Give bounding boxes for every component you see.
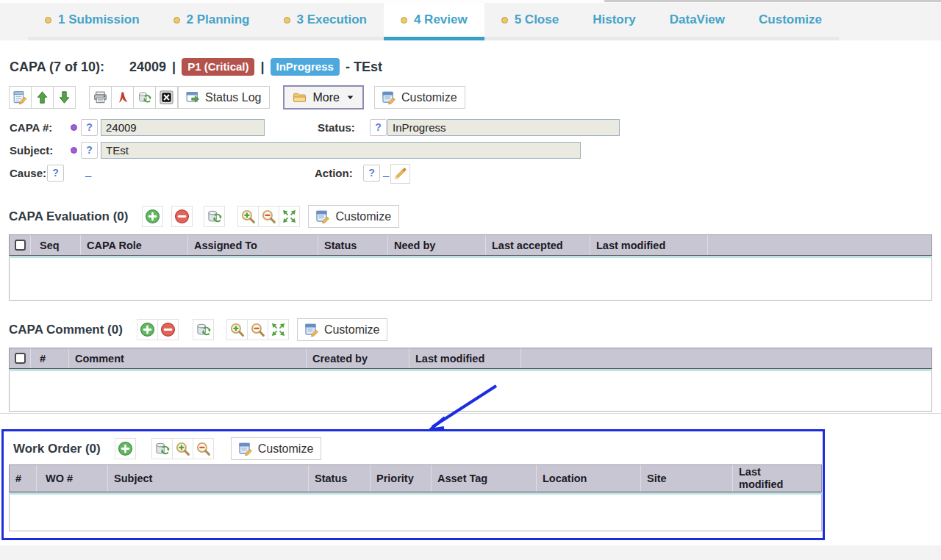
zoom-out-button[interactable] — [193, 438, 214, 459]
customize-grid-button[interactable]: Customize — [308, 205, 399, 228]
expand-button[interactable] — [279, 206, 300, 227]
refresh-button[interactable] — [133, 86, 156, 109]
column-header-status[interactable]: Status — [308, 465, 370, 492]
step-dot-icon — [45, 17, 51, 24]
select-all-checkbox[interactable] — [15, 353, 26, 364]
customize-toolbar-button[interactable]: Customize — [374, 86, 465, 109]
close-record-button[interactable] — [155, 86, 178, 109]
cause-help-button[interactable]: ? — [47, 165, 64, 182]
zoom-out-button[interactable] — [247, 319, 268, 340]
next-record-button[interactable] — [53, 86, 76, 109]
remove-button[interactable] — [171, 206, 193, 227]
status-field[interactable] — [387, 119, 620, 136]
folder-icon — [293, 90, 307, 104]
previous-record-button[interactable] — [31, 86, 54, 109]
pdf-export-button[interactable] — [111, 86, 134, 109]
more-button[interactable]: More — [283, 85, 364, 110]
customize-label: Customize — [324, 323, 380, 337]
refresh-button[interactable] — [151, 438, 173, 459]
tab-execution[interactable]: 3 Execution — [267, 3, 384, 40]
evaluation-section-title: CAPA Evaluation (0) — [9, 209, 128, 224]
expand-arrows-icon — [282, 209, 297, 224]
zoom-group — [237, 206, 300, 227]
tab-customize[interactable]: Customize — [742, 3, 839, 40]
edit-record-button[interactable] — [9, 86, 32, 109]
customize-label: Customize — [401, 91, 457, 104]
refresh-button[interactable] — [204, 206, 225, 227]
subject-field[interactable] — [101, 142, 581, 159]
status-help-button[interactable]: ? — [370, 119, 387, 136]
customize-grid-button[interactable]: Customize — [297, 318, 388, 341]
tab-submission[interactable]: 1 Submission — [28, 3, 157, 40]
arrow-up-icon — [35, 90, 49, 104]
zoom-out-button[interactable] — [258, 206, 279, 227]
tab-label: Customize — [759, 12, 822, 27]
column-header-site[interactable]: Site — [640, 465, 732, 492]
expand-button[interactable] — [268, 319, 289, 340]
add-button[interactable] — [115, 438, 136, 459]
capa-number-field[interactable] — [101, 119, 265, 136]
plus-icon — [140, 322, 155, 337]
chevron-down-icon — [346, 93, 354, 101]
tab-dataview[interactable]: DataView — [653, 3, 742, 40]
column-header-created-by[interactable]: Created by — [306, 348, 409, 368]
column-header-priority[interactable]: Priority — [370, 465, 431, 492]
tab-history[interactable]: History — [576, 3, 653, 40]
remove-button[interactable] — [157, 319, 179, 340]
status-log-button[interactable]: Status Log — [178, 86, 270, 109]
capa-number-help-button[interactable]: ? — [81, 119, 98, 136]
add-button[interactable] — [137, 319, 158, 340]
column-header-number[interactable]: # — [10, 465, 36, 492]
column-header-status[interactable]: Status — [318, 235, 387, 255]
action-help-button[interactable]: ? — [363, 165, 380, 182]
tab-close[interactable]: 5 Close — [484, 3, 576, 40]
column-header-subject[interactable]: Subject — [107, 465, 308, 492]
record-label: CAPA (7 of 10): — [10, 60, 104, 75]
tab-planning[interactable]: 2 Planning — [157, 3, 267, 40]
cause-link[interactable]: _ — [85, 165, 91, 178]
action-edit-button[interactable] — [390, 164, 410, 184]
column-header-number[interactable]: # — [30, 348, 68, 368]
zoom-in-button[interactable] — [226, 319, 248, 340]
add-button[interactable] — [142, 206, 163, 227]
column-header-last-modified[interactable]: Last modified — [732, 465, 821, 492]
subject-help-button[interactable]: ? — [81, 142, 98, 159]
zoom-in-button[interactable] — [237, 206, 259, 227]
magnifier-plus-icon — [229, 322, 245, 337]
column-header-asset-tag[interactable]: Asset Tag — [431, 465, 536, 492]
zoom-in-button[interactable] — [172, 438, 193, 459]
column-header-need-by[interactable]: Need by — [387, 235, 485, 255]
arrow-down-icon — [57, 90, 71, 104]
print-button[interactable] — [89, 86, 112, 109]
pdf-icon — [115, 90, 129, 104]
column-header-last-modified[interactable]: Last modified — [409, 348, 520, 368]
magnifier-minus-icon — [261, 209, 276, 224]
column-header-last-accepted[interactable]: Last accepted — [485, 235, 590, 255]
column-header-capa-role[interactable]: CAPA Role — [80, 235, 187, 255]
column-header-filler — [707, 235, 931, 255]
minus-icon — [160, 322, 176, 337]
column-header-last-modified[interactable]: Last modified — [590, 235, 707, 255]
annotation-highlight-box: Work Order (0) Customize # WO # Subject … — [1, 429, 825, 540]
customize-grid-button[interactable]: Customize — [231, 437, 322, 460]
column-header-comment[interactable]: Comment — [68, 348, 306, 368]
evaluation-table-header: Seq CAPA Role Assigned To Status Need by… — [9, 234, 932, 256]
column-header-seq[interactable]: Seq — [30, 235, 80, 255]
select-all-checkbox[interactable] — [15, 240, 26, 251]
column-header-filler — [520, 348, 931, 368]
action-link[interactable]: _ — [383, 165, 389, 178]
column-header-assigned-to[interactable]: Assigned To — [187, 235, 318, 255]
evaluation-table-body-empty — [9, 258, 932, 301]
column-header-location[interactable]: Location — [536, 465, 640, 492]
refresh-button[interactable] — [193, 319, 214, 340]
tab-label: History — [593, 12, 636, 27]
step-dot-icon — [401, 17, 407, 24]
tab-label: 1 Submission — [58, 12, 140, 27]
tab-review[interactable]: 4 Review — [384, 3, 484, 40]
pencil-icon — [393, 167, 407, 181]
customize-label: Customize — [335, 210, 391, 223]
column-header-wo-number[interactable]: WO # — [36, 465, 107, 492]
customize-label: Customize — [258, 442, 314, 456]
output-group: Status Log — [89, 86, 270, 109]
refresh-icon — [154, 441, 170, 456]
